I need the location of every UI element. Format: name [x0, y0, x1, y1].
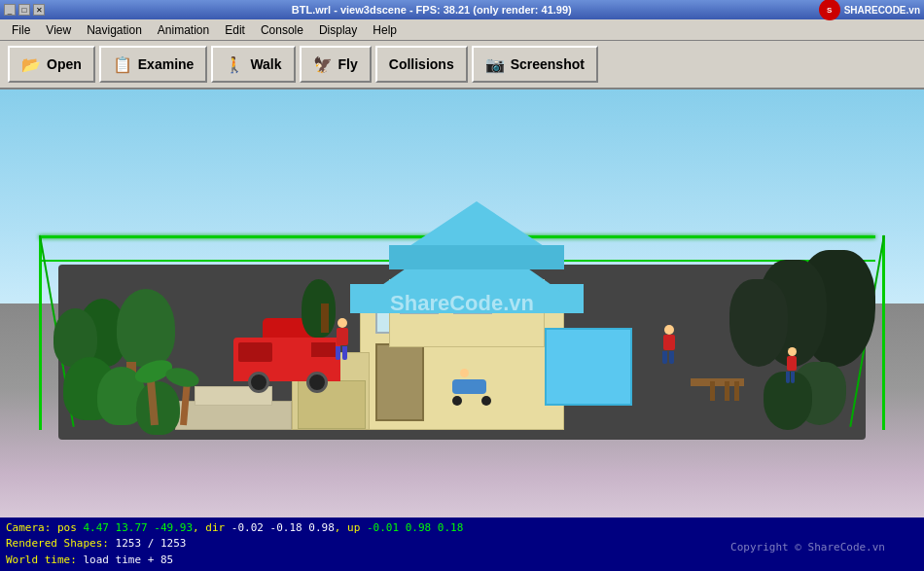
walk-icon: 🚶: [225, 55, 244, 74]
rendered-prefix: Rendered Shapes:: [6, 537, 116, 550]
world-time-prefix: World time:: [6, 553, 83, 566]
fence-right: [882, 235, 885, 430]
menu-display[interactable]: Display: [311, 21, 365, 39]
menu-help[interactable]: Help: [365, 21, 405, 39]
scooter-person: [452, 369, 491, 403]
camera-up-prefix: , up: [335, 521, 367, 534]
house-pool: [545, 328, 632, 406]
fence-left: [39, 235, 42, 430]
title-bar-buttons[interactable]: _ □ ✕: [4, 4, 45, 16]
viewport[interactable]: ShareCode.vn: [0, 89, 924, 517]
status-line-3: World time: load time + 85: [6, 553, 918, 569]
sharecode-logo: S: [819, 0, 840, 20]
examine-label: Examine: [138, 56, 195, 72]
house-roof-base2: [389, 245, 564, 269]
open-button[interactable]: 📂 Open: [8, 46, 95, 83]
person-left: [336, 318, 349, 357]
menu-file[interactable]: File: [4, 21, 38, 39]
person-right-1: [662, 325, 676, 362]
menu-navigation[interactable]: Navigation: [79, 21, 150, 39]
rendered-shapes: 1253 / 1253: [116, 537, 187, 550]
camera-up: -0.01 0.98 0.18: [367, 521, 463, 534]
collisions-button[interactable]: Collisions: [375, 46, 468, 83]
fly-label: Fly: [338, 56, 358, 72]
restore-button[interactable]: □: [18, 4, 30, 16]
status-bar: Camera: pos 4.47 13.77 -49.93, dir -0.02…: [0, 517, 924, 571]
status-line-1: Camera: pos 4.47 13.77 -49.93, dir -0.02…: [6, 520, 918, 537]
examine-icon: 📋: [113, 55, 132, 74]
fly-button[interactable]: 🦅 Fly: [300, 46, 372, 83]
fly-icon: 🦅: [313, 55, 333, 74]
walk-label: Walk: [250, 56, 281, 72]
camera-pos: 4.47 13.77 -49.93: [83, 521, 193, 534]
tree-left-2: [117, 289, 175, 367]
examine-button[interactable]: 📋 Examine: [99, 46, 208, 83]
close-button[interactable]: ✕: [33, 4, 45, 16]
tree-center-trunk: [321, 303, 329, 333]
screenshot-label: Screenshot: [511, 56, 585, 72]
table-leg-2: [725, 381, 729, 401]
collisions-label: Collisions: [389, 56, 454, 72]
sharecode-label: SHARECODE.vn: [844, 5, 920, 16]
car-wheel-rear: [306, 372, 328, 393]
camera-prefix: Camera: pos: [6, 521, 83, 534]
tree-right-3: [729, 279, 788, 367]
window-title: BTL.wrl - view3dscene - FPS: 38.21 (only…: [45, 4, 819, 16]
sharecode-area: S SHARECODE.vn: [819, 0, 920, 20]
tree-front-left-3: [136, 381, 180, 435]
title-bar: _ □ ✕ BTL.wrl - view3dscene - FPS: 38.21…: [0, 0, 924, 19]
menu-view[interactable]: View: [38, 21, 79, 39]
menu-console[interactable]: Console: [253, 21, 311, 39]
open-icon: 📂: [21, 55, 41, 74]
menu-bar: File View Navigation Animation Edit Cons…: [0, 19, 924, 41]
screenshot-icon: 📷: [485, 55, 505, 74]
table-leg-3: [710, 381, 715, 401]
tree-center-bg-1: [302, 279, 336, 338]
toolbar: 📂 Open 📋 Examine 🚶 Walk 🦅 Fly Collisions…: [0, 41, 924, 89]
walk-button[interactable]: 🚶 Walk: [211, 46, 295, 83]
table-leg-1: [734, 381, 739, 401]
screenshot-button[interactable]: 📷 Screenshot: [472, 46, 598, 83]
open-label: Open: [47, 56, 82, 72]
person-right-2: [786, 347, 798, 381]
minimize-button[interactable]: _: [4, 4, 16, 16]
camera-dir: -0.02 -0.18 0.98: [231, 521, 335, 534]
world-time: load time + 85: [83, 553, 173, 566]
car-wheel-front: [248, 372, 269, 393]
copyright: Copyright © ShareCode.vn: [730, 541, 885, 553]
menu-edit[interactable]: Edit: [217, 21, 253, 39]
menu-animation[interactable]: Animation: [150, 21, 217, 39]
camera-dir-prefix: , dir: [193, 521, 231, 534]
